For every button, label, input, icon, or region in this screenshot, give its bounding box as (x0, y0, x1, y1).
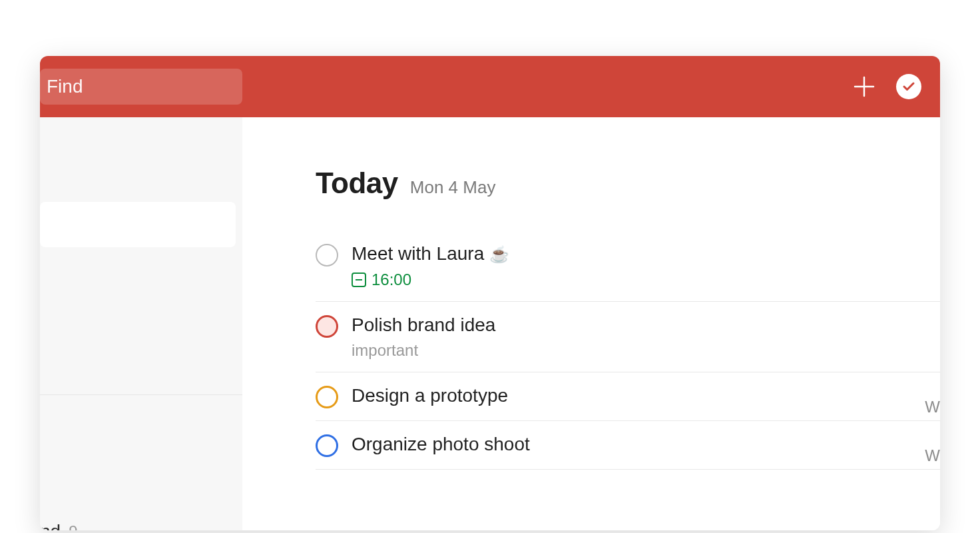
task-checkbox[interactable] (316, 386, 338, 408)
page-date: Mon 4 May (410, 177, 496, 198)
task-row[interactable]: Design a prototype W (316, 372, 940, 421)
app-window: nd 9 Jpdate 11 Today Mon 4 May Meet with… (40, 56, 940, 530)
task-checkbox[interactable] (316, 315, 338, 338)
main-content: Today Mon 4 May Meet with Laura ☕ 16:00 (242, 117, 940, 530)
page-title: Today (316, 167, 398, 200)
task-time-text: 16:00 (371, 270, 411, 289)
search-input[interactable] (47, 76, 236, 97)
task-title: Polish brand idea (352, 314, 940, 336)
search-box[interactable] (40, 69, 242, 105)
task-title-text: Meet with Laura (352, 243, 489, 264)
sidebar-item-label: nd (40, 521, 61, 530)
calendar-icon (352, 272, 366, 287)
task-time: 16:00 (352, 270, 940, 289)
sidebar-selected-indicator (40, 202, 236, 247)
productivity-button[interactable] (896, 74, 921, 99)
task-body: Polish brand idea important (352, 314, 940, 360)
plus-icon (852, 75, 876, 99)
add-task-button[interactable] (852, 75, 876, 99)
task-title: Organize photo shoot (352, 433, 940, 456)
app-header (40, 56, 940, 117)
sidebar-divider (40, 394, 242, 395)
task-note: important (352, 341, 940, 360)
app-body: nd 9 Jpdate 11 Today Mon 4 May Meet with… (40, 117, 940, 530)
sidebar-item-count: 9 (69, 522, 77, 530)
task-body: Design a prototype (352, 384, 940, 407)
task-project-indicator: W (925, 398, 940, 416)
task-checkbox[interactable] (316, 244, 338, 266)
task-title: Design a prototype (352, 384, 940, 407)
task-row[interactable]: Meet with Laura ☕ 16:00 (316, 231, 940, 302)
task-project-indicator: W (925, 446, 940, 465)
checkmark-circle-icon (896, 74, 921, 99)
sidebar: nd 9 Jpdate 11 (40, 117, 242, 530)
task-row[interactable]: Organize photo shoot W (316, 421, 940, 470)
task-body: Meet with Laura ☕ 16:00 (352, 243, 940, 289)
task-body: Organize photo shoot (352, 433, 940, 456)
coffee-emoji: ☕ (489, 245, 509, 263)
task-title: Meet with Laura ☕ (352, 243, 940, 265)
sidebar-projects-list: nd 9 Jpdate 11 (40, 510, 242, 530)
sidebar-project-item[interactable]: nd 9 (40, 510, 242, 530)
title-row: Today Mon 4 May (316, 167, 940, 200)
task-checkbox[interactable] (316, 434, 338, 457)
task-row[interactable]: Polish brand idea important (316, 302, 940, 373)
